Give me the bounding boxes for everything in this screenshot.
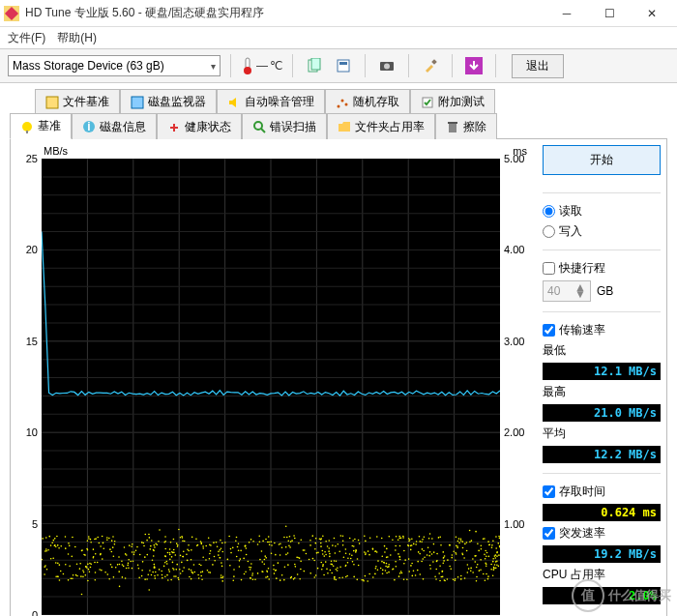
chevron-down-icon: ▾ [211, 61, 216, 72]
window-title: HD Tune 专业版 5.60 - 硬盘/固态硬盘实用程序 [25, 5, 545, 21]
svg-point-670 [439, 536, 441, 538]
copy-info-button[interactable] [303, 54, 326, 77]
copy-screenshot-button[interactable] [332, 54, 355, 77]
svg-point-831 [431, 553, 433, 555]
close-button[interactable]: ✕ [631, 0, 673, 27]
tab-random-access[interactable]: 随机存取 [325, 89, 410, 114]
svg-point-404 [411, 539, 413, 541]
svg-point-420 [344, 565, 346, 567]
maximize-button[interactable]: ☐ [588, 0, 631, 27]
svg-point-437 [159, 529, 161, 531]
svg-point-309 [442, 571, 444, 572]
minimize-button[interactable]: ─ [545, 0, 588, 27]
svg-point-272 [239, 560, 241, 562]
tab-benchmark[interactable]: 基准 [10, 113, 72, 139]
svg-point-601 [287, 564, 289, 566]
svg-point-672 [59, 579, 61, 581]
svg-point-302 [128, 567, 130, 569]
write-radio[interactable]: 写入 [543, 223, 661, 240]
svg-point-435 [457, 576, 459, 578]
svg-point-150 [386, 572, 388, 574]
svg-point-680 [285, 525, 287, 527]
menu-file[interactable]: 文件(F) [8, 30, 45, 46]
svg-point-728 [155, 543, 157, 545]
exit-button[interactable]: 退出 [512, 54, 564, 78]
tab-extra-tests[interactable]: 附加测试 [410, 89, 495, 114]
spinner-arrows-icon[interactable]: ▲▼ [574, 284, 586, 298]
burst-rate-check[interactable]: 突发速率 [543, 525, 661, 542]
settings-button[interactable] [419, 54, 442, 77]
svg-point-246 [453, 550, 455, 552]
svg-point-318 [191, 559, 192, 561]
tab-erase[interactable]: 擦除 [435, 113, 497, 139]
svg-point-511 [126, 554, 128, 556]
tab-folder-usage[interactable]: 文件夹占用率 [327, 113, 435, 139]
svg-point-348 [110, 564, 112, 566]
svg-point-308 [327, 545, 329, 547]
svg-point-839 [128, 563, 130, 565]
svg-point-96 [480, 559, 482, 561]
temp-value: — [256, 59, 268, 73]
svg-point-477 [81, 549, 83, 551]
svg-point-589 [293, 578, 295, 580]
svg-point-643 [456, 545, 457, 547]
svg-point-180 [88, 538, 90, 540]
svg-point-449 [413, 543, 415, 545]
transfer-rate-check[interactable]: 传输速率 [543, 322, 661, 338]
svg-point-547 [359, 543, 361, 544]
svg-point-482 [125, 577, 127, 579]
svg-point-634 [102, 558, 103, 560]
screenshot-button[interactable] [375, 54, 398, 77]
short-stroke-spinner[interactable]: 40▲▼ GB [543, 280, 661, 302]
svg-point-373 [460, 575, 462, 577]
svg-point-525 [141, 542, 143, 543]
tab-disk-monitor[interactable]: 磁盘监视器 [120, 89, 217, 114]
svg-point-607 [191, 537, 193, 539]
tab-health[interactable]: 健康状态 [157, 113, 242, 139]
svg-point-141 [251, 572, 253, 574]
svg-point-576 [399, 556, 401, 558]
svg-point-161 [452, 554, 454, 556]
menu-help[interactable]: 帮助(H) [57, 30, 97, 46]
device-dropdown[interactable]: Mass Storage Device (63 gB) ▾ [8, 55, 221, 76]
tab-disk-info[interactable]: i磁盘信息 [72, 113, 157, 139]
svg-point-252 [102, 536, 103, 538]
svg-point-780 [114, 541, 116, 543]
tab-error-scan[interactable]: 错误扫描 [242, 113, 327, 139]
svg-point-131 [195, 538, 197, 540]
svg-rect-10 [431, 59, 437, 65]
svg-point-516 [279, 543, 280, 545]
svg-point-444 [181, 536, 183, 538]
short-stroke-check[interactable]: 快捷行程 [543, 260, 661, 277]
tab-file-benchmark[interactable]: 文件基准 [35, 89, 120, 114]
svg-point-286 [127, 565, 129, 567]
svg-point-416 [259, 542, 261, 543]
read-radio[interactable]: 读取 [543, 203, 661, 220]
svg-point-391 [375, 568, 377, 570]
svg-point-783 [250, 567, 252, 569]
svg-point-616 [189, 576, 191, 578]
svg-point-836 [401, 572, 403, 574]
save-button[interactable] [462, 54, 486, 77]
start-button[interactable]: 开始 [543, 145, 661, 175]
svg-point-142 [399, 545, 401, 547]
svg-point-677 [221, 548, 222, 550]
app-icon [4, 6, 19, 21]
svg-point-74 [495, 536, 497, 538]
access-time-check[interactable]: 存取时间 [543, 484, 661, 500]
svg-point-586 [427, 554, 428, 556]
svg-point-424 [95, 553, 97, 555]
watermark-text: 什么值得买 [608, 587, 671, 604]
tab-aam[interactable]: 自动噪音管理 [217, 89, 325, 114]
svg-point-686 [250, 569, 251, 571]
svg-point-693 [411, 544, 413, 546]
svg-point-837 [397, 540, 399, 542]
svg-point-806 [438, 537, 440, 539]
svg-point-263 [170, 542, 172, 543]
svg-point-247 [435, 569, 437, 571]
svg-point-858 [439, 565, 441, 567]
svg-point-463 [381, 555, 383, 557]
svg-point-210 [450, 568, 452, 570]
svg-point-279 [68, 543, 70, 544]
svg-point-603 [68, 579, 70, 581]
